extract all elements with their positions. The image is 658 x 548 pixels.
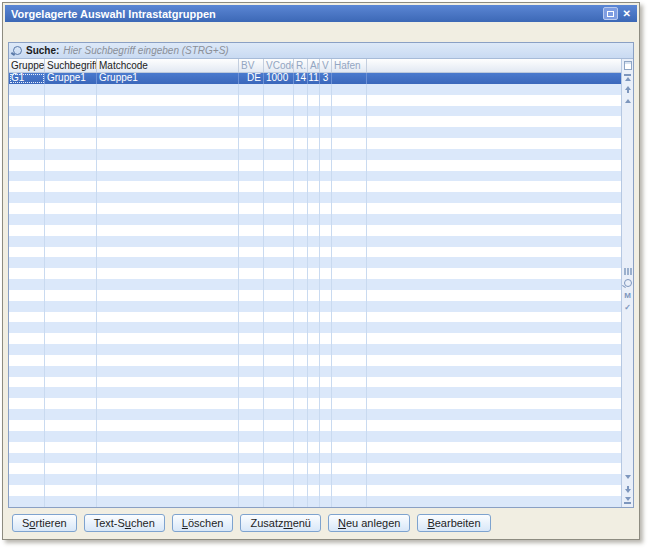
table-row[interactable] [9,181,633,192]
table-cell [9,442,45,453]
table-cell [320,268,332,279]
table-row[interactable] [9,333,633,344]
table-cell [320,149,332,160]
table-row[interactable] [9,138,633,149]
button-text-suchen[interactable]: Text-Suchen [84,514,165,532]
search-zoom-icon[interactable] [622,277,633,289]
table-row[interactable] [9,127,633,138]
table-cell [308,355,320,366]
table-row-selected[interactable]: G1Gruppe1Gruppe1DE100014113 [9,73,633,84]
restore-button[interactable] [603,7,618,20]
button-löschen[interactable]: Löschen [172,514,234,532]
table-cell [367,203,633,214]
table-cell [45,333,97,344]
column-header-r-[interactable]: R. [294,59,308,72]
table-cell [97,138,239,149]
table-row[interactable] [9,344,633,355]
table-row[interactable] [9,442,633,453]
table-row[interactable] [9,225,633,236]
table-cell [9,203,45,214]
filter-check-icon[interactable]: ✓ [622,301,633,313]
table-cell [239,474,264,485]
table-row[interactable] [9,409,633,420]
column-header-vcode[interactable]: VCode [264,59,294,72]
table-row[interactable] [9,214,633,225]
button-bearbeiten[interactable]: Bearbeiten [417,514,490,532]
table-row[interactable] [9,366,633,377]
column-chooser-icon[interactable] [622,59,633,71]
table-row[interactable] [9,474,633,485]
list-views-icon[interactable] [622,265,633,277]
scroll-up-fast-icon[interactable] [622,83,633,95]
table-cell [97,247,239,258]
button-neu-anlegen[interactable]: Neu anlegen [328,514,410,532]
table-row[interactable] [9,247,633,258]
table-row[interactable] [9,203,633,214]
table-row[interactable] [9,95,633,106]
table-row[interactable] [9,106,633,117]
table-row[interactable] [9,453,633,464]
table-row[interactable] [9,268,633,279]
table-row[interactable] [9,84,633,95]
table-cell [45,214,97,225]
table-cell [239,485,264,496]
column-header-matchcode[interactable]: Matchcode [97,59,239,72]
table-row[interactable] [9,171,633,182]
table-row[interactable] [9,431,633,442]
table-row[interactable] [9,312,633,323]
scroll-down-fast-icon[interactable] [622,483,633,495]
column-header-art[interactable]: Art [308,59,320,72]
table-row[interactable] [9,257,633,268]
column-header-hafen[interactable]: Hafen [332,59,367,72]
column-header-filler[interactable] [367,59,633,72]
table-cell [97,279,239,290]
title-bar[interactable]: Vorgelagerte Auswahl Intrastatgruppen ✕ [5,5,637,22]
table-cell [97,442,239,453]
scroll-up-icon[interactable] [622,95,633,107]
table-row[interactable] [9,398,633,409]
table-cell [97,214,239,225]
close-button[interactable]: ✕ [623,8,631,19]
scroll-to-bottom-icon[interactable] [622,495,633,507]
table-row[interactable] [9,387,633,398]
table-row[interactable] [9,355,633,366]
button-sortieren[interactable]: Sortieren [12,514,77,532]
table-row[interactable] [9,192,633,203]
table-row[interactable] [9,279,633,290]
column-header-gruppe[interactable]: Gruppe [9,59,45,72]
table-cell [97,106,239,117]
table-row[interactable] [9,496,633,507]
table-cell [239,333,264,344]
table-cell [264,420,294,431]
matchcode-icon[interactable]: M [622,289,633,301]
table-cell [239,387,264,398]
table-row[interactable] [9,116,633,127]
table-cell [9,431,45,442]
table-row[interactable] [9,322,633,333]
table-cell [9,474,45,485]
table-row[interactable] [9,236,633,247]
table-row[interactable] [9,420,633,431]
column-header-suchbegriff[interactable]: Suchbegriff [45,59,97,72]
scroll-to-top-icon[interactable] [622,71,633,83]
table-cell: G1 [9,73,45,84]
table-row[interactable] [9,160,633,171]
table-cell [367,192,633,203]
table-cell [239,431,264,442]
table-row[interactable] [9,149,633,160]
table-cell [239,127,264,138]
button-zusatzmenü[interactable]: Zusatzmenü [240,514,321,532]
table-row[interactable] [9,290,633,301]
table-row[interactable] [9,301,633,312]
table-row[interactable] [9,377,633,388]
column-header-bv[interactable]: BV [239,59,264,72]
search-field[interactable]: Suche: Hier Suchbegriff eingeben (STRG+S… [9,43,633,59]
table-cell [97,431,239,442]
table-cell [332,290,367,301]
table-cell [332,116,367,127]
table-row[interactable] [9,463,633,474]
column-header-v[interactable]: V [320,59,332,72]
table-cell [320,463,332,474]
table-row[interactable] [9,485,633,496]
scroll-down-icon[interactable] [622,471,633,483]
